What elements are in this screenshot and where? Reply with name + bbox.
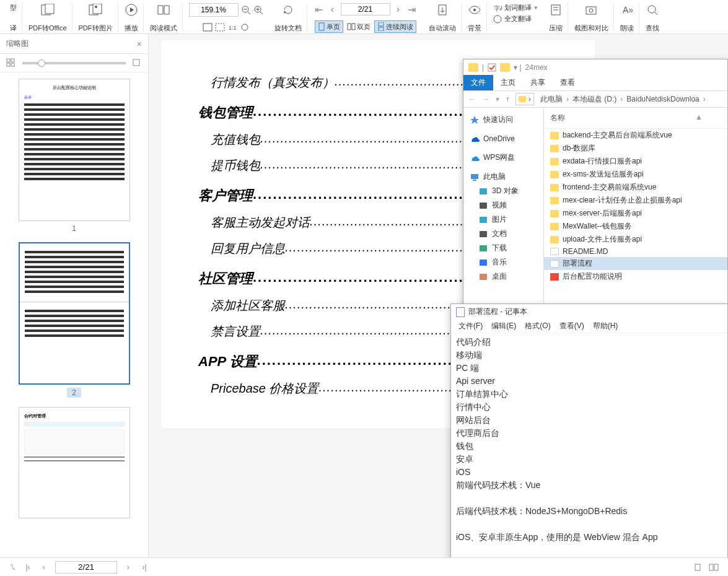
nav-onedrive[interactable]: OneDrive: [466, 132, 541, 146]
file-item[interactable]: upload-文件上传服务api: [544, 233, 727, 246]
first-icon[interactable]: |‹: [23, 562, 33, 572]
tab-share[interactable]: 共享: [523, 75, 553, 90]
file-item[interactable]: 后台配置功能说明: [544, 270, 727, 283]
tab-view[interactable]: 查看: [553, 75, 582, 90]
auto-scroll-button[interactable]: 自动滚动: [424, 3, 462, 33]
fit-width-icon[interactable]: [203, 23, 213, 33]
svg-rect-40: [471, 174, 478, 179]
first-page-icon[interactable]: ⇤: [314, 4, 325, 15]
zoom-input[interactable]: 159.1%: [189, 3, 239, 17]
file-item[interactable]: db-数据库: [544, 142, 727, 155]
breadcrumb-item[interactable]: 本地磁盘 (D:): [572, 94, 616, 105]
nav-item[interactable]: 音乐: [466, 255, 541, 269]
breadcrumb-item[interactable]: BaiduNetdiskDownloa: [626, 95, 699, 103]
notepad-window: 部署流程 - 记事本 文件(F) 编辑(E) 格式(O) 查看(V) 帮助(H)…: [450, 303, 728, 576]
menu-help[interactable]: 帮助(H): [589, 320, 622, 333]
nav-item[interactable]: 视频: [466, 198, 541, 212]
file-item[interactable]: exdata-行情接口服务api: [544, 155, 727, 168]
next-page-icon[interactable]: ›: [393, 4, 404, 15]
background-button[interactable]: 背景: [463, 3, 487, 33]
single-page-button[interactable]: 单页: [315, 20, 343, 33]
nav-quick-access[interactable]: 快速访问: [466, 113, 541, 127]
thumb-label: 2: [67, 388, 81, 398]
zoom-reset-icon[interactable]: [240, 23, 250, 33]
file-item[interactable]: README.MD: [544, 246, 727, 257]
tab-file[interactable]: 文件: [463, 75, 493, 90]
menu-view[interactable]: 查看(V): [556, 320, 588, 333]
nav-item[interactable]: 图片: [466, 212, 541, 227]
rotate-button[interactable]: 旋转文档: [270, 3, 307, 33]
file-item[interactable]: frontend-主交易前端系统vue: [544, 181, 727, 194]
pdf-to-image[interactable]: PDF转图片: [74, 3, 118, 33]
thumbnail-1[interactable]: 后台配置核心功能说明目录: [19, 79, 130, 221]
expand-icon[interactable]: [132, 58, 142, 68]
up-icon[interactable]: ↑: [506, 95, 509, 103]
next-icon[interactable]: ›: [123, 562, 133, 572]
rotate-icon: [281, 3, 295, 17]
view-double-icon[interactable]: [709, 562, 719, 572]
double-page-button[interactable]: 双页: [344, 20, 373, 33]
file-item[interactable]: mex-clear-计划任务止盈止损服务api: [544, 194, 727, 207]
nav-item[interactable]: 下载: [466, 241, 541, 255]
find-button[interactable]: 查找: [641, 3, 664, 33]
compress-icon: [549, 3, 563, 17]
zoom-in-icon[interactable]: [253, 5, 263, 15]
breadcrumb-item[interactable]: 此电脑: [540, 94, 563, 105]
screenshot-compare-button[interactable]: 截图和对比: [569, 3, 614, 33]
read-aloud-button[interactable]: A» 朗读: [615, 3, 639, 33]
svg-rect-37: [11, 63, 14, 66]
zoom-out-icon[interactable]: [241, 5, 251, 15]
breadcrumb[interactable]: 此电脑›本地磁盘 (D:)›BaiduNetdiskDownloa›: [540, 94, 706, 105]
svg-point-32: [648, 6, 656, 13]
forward-icon[interactable]: →: [482, 95, 489, 103]
file-item[interactable]: 部署流程: [544, 257, 727, 270]
prev-icon[interactable]: ‹: [39, 562, 49, 572]
nav-item[interactable]: 3D 对象: [466, 184, 541, 198]
menu-edit[interactable]: 编辑(E): [488, 320, 520, 333]
file-item[interactable]: backend-主交易后台前端系统vue: [544, 129, 727, 142]
file-item[interactable]: mex-server-后端服务api: [544, 207, 727, 220]
tb-type[interactable]: 型译: [5, 3, 22, 33]
checkbox-icon[interactable]: [488, 63, 496, 72]
last-page-icon[interactable]: ⇥: [406, 4, 418, 15]
dict-translate[interactable]: 字A划词翻译▾: [493, 3, 538, 12]
col-name[interactable]: 名称: [550, 113, 565, 122]
file-item[interactable]: ex-sms-发送短信服务api: [544, 168, 727, 181]
page-input[interactable]: [341, 3, 390, 15]
thumb-label: 1: [72, 224, 76, 233]
file-item[interactable]: MexWallet--钱包服务: [544, 220, 727, 233]
menu-format[interactable]: 格式(O): [521, 320, 554, 333]
goto-icon[interactable]: ㄟ: [9, 562, 17, 572]
thumbnail-2[interactable]: [19, 242, 130, 385]
page-input-bottom[interactable]: [55, 561, 117, 574]
fit-page-icon[interactable]: [215, 23, 225, 33]
tab-home[interactable]: 主页: [493, 75, 523, 90]
prev-page-icon[interactable]: ‹: [327, 4, 338, 15]
play-button[interactable]: 播放: [120, 3, 144, 33]
nav-item[interactable]: 文档: [466, 227, 541, 241]
last-icon[interactable]: ›|: [139, 562, 149, 572]
nav-thispc[interactable]: 此电脑: [466, 170, 541, 184]
close-icon[interactable]: ×: [137, 39, 142, 49]
nav-wps[interactable]: WPS网盘: [466, 151, 541, 165]
continuous-button[interactable]: 连续阅读: [374, 20, 416, 33]
menu-file[interactable]: 文件(F): [455, 320, 486, 333]
svg-text:字A: 字A: [494, 5, 502, 12]
pdf-to-office[interactable]: PDF转Office: [24, 3, 72, 33]
compress-button[interactable]: 压缩: [544, 3, 568, 33]
svg-rect-45: [480, 231, 487, 237]
thumbnail-3[interactable]: 合约对管理: [19, 407, 130, 518]
view-single-icon[interactable]: [693, 562, 703, 572]
svg-rect-29: [586, 7, 596, 14]
full-translate[interactable]: 全文翻译: [493, 14, 538, 24]
svg-line-8: [248, 12, 250, 14]
nav-item[interactable]: 桌面: [466, 269, 541, 284]
notepad-body[interactable]: 代码介绍 移动端 PC 端 Api server 订单结算中心 行情中心 网站后…: [451, 333, 727, 576]
thumb-zoom-slider[interactable]: [22, 62, 126, 64]
read-mode-button[interactable]: 阅读模式: [145, 3, 183, 33]
grid-icon[interactable]: [6, 58, 16, 68]
notepad-titlebar[interactable]: 部署流程 - 记事本: [451, 304, 727, 320]
back-icon[interactable]: ←: [468, 95, 476, 103]
explorer-titlebar[interactable]: | ▾ | 24mex: [463, 59, 727, 75]
actual-size-icon[interactable]: 1:1: [227, 23, 237, 33]
